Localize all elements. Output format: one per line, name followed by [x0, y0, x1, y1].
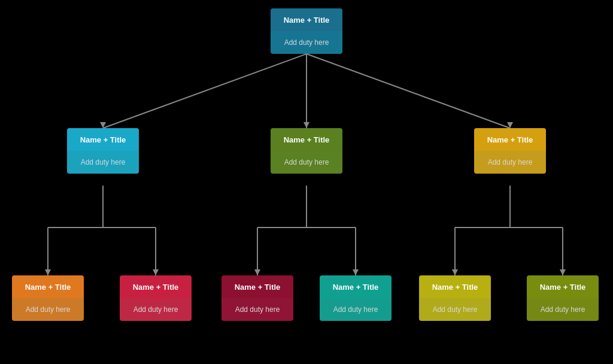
- org-chart: Name + Title Add duty here Name + Title …: [0, 0, 613, 364]
- node-bot-3-name: Name + Title: [221, 275, 293, 298]
- node-bot-4[interactable]: Name + Title Add duty here: [320, 275, 392, 321]
- node-root-name: Name + Title: [271, 8, 342, 31]
- node-bot-6-duty: Add duty here: [527, 298, 599, 321]
- node-bot-6-name: Name + Title: [527, 275, 599, 298]
- node-bot-5-duty: Add duty here: [419, 298, 491, 321]
- node-mid-left-duty: Add duty here: [67, 151, 139, 174]
- node-mid-center-name: Name + Title: [271, 128, 342, 151]
- svg-marker-15: [100, 122, 106, 128]
- node-bot-4-name: Name + Title: [320, 275, 392, 298]
- svg-marker-17: [507, 122, 513, 128]
- svg-line-2: [306, 54, 510, 128]
- node-mid-right-duty: Add duty here: [474, 151, 546, 174]
- node-mid-center[interactable]: Name + Title Add duty here: [271, 128, 342, 174]
- node-bot-1[interactable]: Name + Title Add duty here: [12, 275, 84, 321]
- node-mid-left-name: Name + Title: [67, 128, 139, 151]
- node-mid-center-duty: Add duty here: [271, 151, 342, 174]
- connectors-svg: [0, 0, 613, 364]
- node-bot-6[interactable]: Name + Title Add duty here: [527, 275, 599, 321]
- node-bot-3[interactable]: Name + Title Add duty here: [221, 275, 293, 321]
- node-bot-2-duty: Add duty here: [120, 298, 192, 321]
- svg-marker-23: [560, 269, 566, 275]
- node-bot-2[interactable]: Name + Title Add duty here: [120, 275, 192, 321]
- node-mid-left[interactable]: Name + Title Add duty here: [67, 128, 139, 174]
- svg-line-0: [103, 54, 306, 128]
- node-bot-2-name: Name + Title: [120, 275, 192, 298]
- node-mid-right-name: Name + Title: [474, 128, 546, 151]
- svg-marker-22: [452, 269, 458, 275]
- svg-marker-19: [153, 269, 159, 275]
- svg-marker-21: [353, 269, 359, 275]
- node-bot-5[interactable]: Name + Title Add duty here: [419, 275, 491, 321]
- node-bot-1-duty: Add duty here: [12, 298, 84, 321]
- node-bot-3-duty: Add duty here: [221, 298, 293, 321]
- node-root[interactable]: Name + Title Add duty here: [271, 8, 342, 54]
- node-root-duty: Add duty here: [271, 31, 342, 54]
- svg-marker-16: [304, 122, 309, 128]
- svg-marker-18: [45, 269, 51, 275]
- node-bot-5-name: Name + Title: [419, 275, 491, 298]
- node-bot-1-name: Name + Title: [12, 275, 84, 298]
- node-mid-right[interactable]: Name + Title Add duty here: [474, 128, 546, 174]
- svg-marker-20: [254, 269, 260, 275]
- node-bot-4-duty: Add duty here: [320, 298, 392, 321]
